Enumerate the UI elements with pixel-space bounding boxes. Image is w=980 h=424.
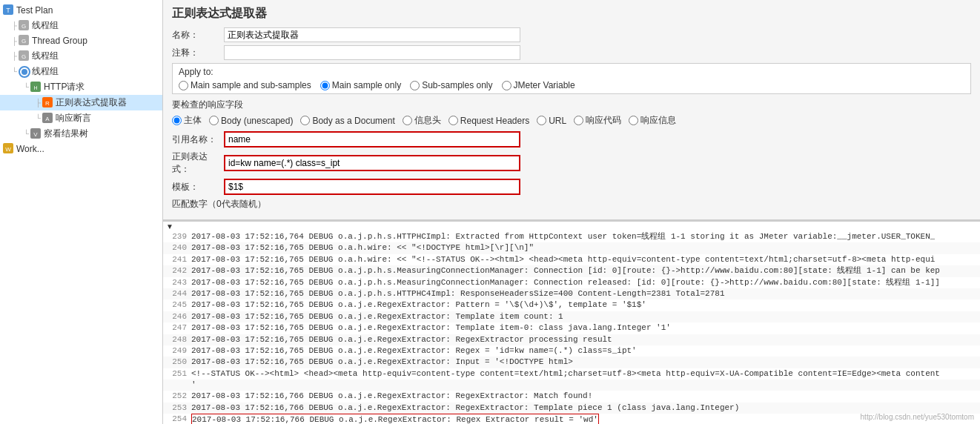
log-line: 2442017-08-03 17:52:16,765 DEBUG o.a.j.p… <box>163 288 980 299</box>
sidebar-item-work[interactable]: W Work... <box>0 142 162 156</box>
ref-name-input[interactable] <box>224 131 520 148</box>
comment-input[interactable] <box>224 45 520 60</box>
log-line: 2502017-08-03 17:52:16,765 DEBUG o.a.j.e… <box>163 357 980 368</box>
sidebar-item-test-plan[interactable]: T Test Plan <box>0 3 162 18</box>
log-line: 251<!--STATUS OK--><html> <head><meta ht… <box>163 368 980 380</box>
threadgroup2-icon: G <box>19 50 30 62</box>
apply-jmeter-var[interactable]: JMeter Variable <box>502 80 575 90</box>
template-input[interactable] <box>224 179 520 195</box>
log-line: 2392017-08-03 17:52:16,764 DEBUG o.a.j.p… <box>163 231 980 242</box>
log-line-num: 244 <box>166 288 187 299</box>
log-line-text: <!--STATUS OK--><html> <head><meta http-… <box>191 368 940 380</box>
svg-text:A: A <box>45 116 50 122</box>
sidebar-item-result-tree[interactable]: └ V 察看结果树 <box>0 126 162 142</box>
log-line: 2432017-08-03 17:52:16,765 DEBUG o.a.j.p… <box>163 277 980 288</box>
sidebar-label: Thread Group <box>32 36 87 46</box>
log-line-text: 2017-08-03 17:52:16,765 DEBUG o.a.j.e.Re… <box>191 311 563 322</box>
name-row: 名称： <box>172 27 971 42</box>
log-line-num: 241 <box>166 254 187 265</box>
apply-main-sub[interactable]: Main sample and sub-samples <box>179 80 311 90</box>
assertion-icon: A <box>42 113 54 125</box>
regex-label: 正则表达式： <box>172 150 224 176</box>
log-line: 2492017-08-03 17:52:16,765 DEBUG o.a.j.e… <box>163 345 980 357</box>
sidebar-label: 线程组 <box>32 19 59 32</box>
name-label: 名称： <box>172 29 224 42</box>
apply-to-box: Apply to: Main sample and sub-samples Ma… <box>172 63 971 94</box>
regex-icon: R <box>42 97 54 109</box>
log-line-num: 247 <box>166 322 187 334</box>
sidebar-item-response-assertion[interactable]: └ A 响应断言 <box>0 110 162 126</box>
svg-text:T: T <box>6 7 10 14</box>
sidebar-label: Test Plan <box>16 5 53 16</box>
main-panel: 正则表达式提取器 名称： 注释： Apply to: Main sample a… <box>163 0 980 424</box>
log-line-text: 2017-08-03 17:52:16,765 DEBUG o.a.j.e.Re… <box>191 299 646 311</box>
svg-text:G: G <box>21 38 26 44</box>
log-line-text: 2017-08-03 17:52:16,766 DEBUG o.a.j.e.Re… <box>191 414 599 424</box>
testplan-icon: T <box>3 4 15 16</box>
log-line-num: 242 <box>166 265 187 276</box>
resp-opt-url[interactable]: URL <box>537 116 566 126</box>
svg-text:R: R <box>45 100 50 107</box>
apply-main-only[interactable]: Main sample only <box>320 80 401 90</box>
name-input[interactable] <box>224 27 520 42</box>
sidebar-item-threadgroup1[interactable]: ├ G 线程组 <box>0 18 162 33</box>
log-line-num: 252 <box>166 391 187 402</box>
log-line-text: 2017-08-03 17:52:16,765 DEBUG o.a.j.p.h.… <box>191 288 725 299</box>
log-line-text: 2017-08-03 17:52:16,765 DEBUG o.a.j.p.h.… <box>191 277 940 288</box>
sidebar-label: 正则表达式提取器 <box>56 96 127 109</box>
comment-row: 注释： <box>172 45 971 60</box>
sidebar-item-threadgroup2[interactable]: ├ G 线程组 <box>0 48 162 64</box>
resp-opt-body-unescaped[interactable]: Body (unescaped) <box>209 116 293 126</box>
log-line-num: 245 <box>166 299 187 311</box>
sidebar: T Test Plan ├ G 线程组 ├ G Thread Group ├ G… <box>0 0 163 424</box>
ref-name-label: 引用名称： <box>172 133 224 146</box>
sidebar-label: 察看结果树 <box>44 127 88 140</box>
svg-text:G: G <box>21 23 26 30</box>
log-line-num: 253 <box>166 403 187 414</box>
log-line-num: 240 <box>166 242 187 254</box>
scroll-indicator: ▼ <box>163 222 980 231</box>
resp-opt-req-headers[interactable]: Request Headers <box>448 116 529 126</box>
log-line-num: 251 <box>166 368 187 380</box>
log-line: 2412017-08-03 17:52:16,765 DEBUG o.a.h.w… <box>163 254 980 265</box>
log-panel[interactable]: ▼ 2392017-08-03 17:52:16,764 DEBUG o.a.j… <box>163 221 980 424</box>
log-line: 2462017-08-03 17:52:16,765 DEBUG o.a.j.e… <box>163 311 980 322</box>
resp-opt-body[interactable]: 主体 <box>172 114 202 127</box>
match-count-row: 匹配数字（0代表随机） <box>172 198 971 211</box>
log-line: 2422017-08-03 17:52:16,765 DEBUG o.a.j.p… <box>163 265 980 276</box>
regex-input[interactable] <box>224 155 520 171</box>
log-line-num: 248 <box>166 334 187 345</box>
resp-opt-code[interactable]: 响应代码 <box>574 114 621 127</box>
log-line-num: 243 <box>166 277 187 288</box>
svg-text:G: G <box>21 53 26 60</box>
work-icon: W <box>3 143 15 155</box>
apply-sub-only[interactable]: Sub-samples only <box>410 80 492 90</box>
response-field-label: 要检查的响应字段 <box>172 99 971 111</box>
log-line-text: 2017-08-03 17:52:16,765 DEBUG o.a.h.wire… <box>191 254 935 265</box>
log-line-num: 246 <box>166 311 187 322</box>
log-line: 2402017-08-03 17:52:16,765 DEBUG o.a.h.w… <box>163 242 980 254</box>
log-line-text: 2017-08-03 17:52:16,766 DEBUG o.a.j.e.Re… <box>191 391 592 402</box>
sidebar-item-thread-group-en[interactable]: ├ G Thread Group <box>0 33 162 48</box>
threadgroup1-icon: G <box>19 20 30 32</box>
ref-name-row: 引用名称： <box>172 131 971 148</box>
log-line-text: 2017-08-03 17:52:16,766 DEBUG o.a.j.e.Re… <box>191 403 739 414</box>
sidebar-label: HTTP请求 <box>44 81 85 93</box>
log-line: 2542017-08-03 17:52:16,766 DEBUG o.a.j.e… <box>163 414 980 424</box>
svg-point-9 <box>21 69 27 75</box>
watermark: http://blog.csdn.net/yue530tomtom <box>861 413 974 421</box>
sidebar-item-http-request[interactable]: └ H HTTP请求 <box>0 79 162 95</box>
log-line-text: 2017-08-03 17:52:16,765 DEBUG o.a.h.wire… <box>191 242 534 254</box>
threadgroup-en-icon: G <box>19 35 30 47</box>
sidebar-item-regex-extractor[interactable]: ├ R 正则表达式提取器 <box>0 95 162 110</box>
log-line-num: 249 <box>166 345 187 357</box>
log-line: 2482017-08-03 17:52:16,765 DEBUG o.a.j.e… <box>163 334 980 345</box>
svg-text:H: H <box>34 85 38 90</box>
log-line-num: 254 <box>166 414 187 424</box>
sidebar-item-threadgroup3[interactable]: └ 线程组 <box>0 64 162 79</box>
resp-opt-message[interactable]: 响应信息 <box>629 114 676 127</box>
resp-opt-body-doc[interactable]: Body as a Document <box>300 116 394 126</box>
config-panel: 正则表达式提取器 名称： 注释： Apply to: Main sample a… <box>163 0 980 221</box>
resp-opt-header[interactable]: 信息头 <box>403 114 441 127</box>
log-line: 2522017-08-03 17:52:16,766 DEBUG o.a.j.e… <box>163 391 980 402</box>
